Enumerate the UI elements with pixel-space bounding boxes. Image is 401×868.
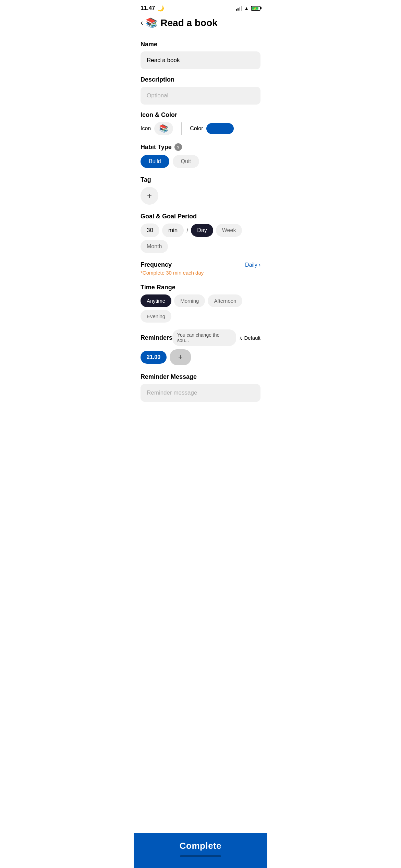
description-label: Description: [141, 76, 260, 83]
reminders-controls: You can change the sou... ♫ Default: [172, 329, 260, 346]
frequency-subtitle: *Complete 30 min each day: [141, 270, 260, 276]
time-afternoon-button[interactable]: Afternoon: [208, 294, 242, 307]
icon-group: Icon 📚: [141, 122, 173, 135]
color-group: Color: [190, 123, 234, 134]
wifi-icon: ▲: [244, 5, 249, 11]
name-input[interactable]: [141, 51, 260, 69]
home-indicator: [180, 855, 221, 857]
time-evening-button[interactable]: Evening: [141, 310, 171, 323]
frequency-label: Frequency: [141, 261, 172, 268]
goal-period-month[interactable]: Month: [141, 240, 168, 253]
name-label: Name: [141, 41, 260, 48]
signal-icon: [236, 6, 242, 11]
frequency-value: Daily: [245, 262, 257, 268]
reminder-message-input[interactable]: [141, 384, 260, 402]
reminder-time-pill[interactable]: 21.00: [141, 351, 167, 364]
tag-label: Tag: [141, 176, 260, 183]
complete-bar: Complete: [134, 833, 267, 868]
help-icon[interactable]: ?: [174, 143, 182, 151]
moon-icon: 🌙: [157, 5, 164, 12]
goal-row: 30 min / Day Week Month: [141, 224, 260, 253]
vertical-divider: [181, 122, 182, 135]
frequency-section: Frequency Daily › *Complete 30 min each …: [141, 261, 260, 276]
status-bar: 11.47 🌙 ▲ ⚡: [134, 0, 267, 14]
goal-value[interactable]: 30: [141, 224, 159, 237]
goal-period-label: Goal & Goal Period: [141, 213, 260, 220]
build-button[interactable]: Build: [141, 155, 169, 168]
complete-button[interactable]: Complete: [180, 841, 221, 851]
color-selector[interactable]: [206, 123, 234, 134]
reminder-default-label: Default: [244, 335, 260, 341]
form-content: Name Description Icon & Color Icon 📚 Col…: [134, 41, 267, 443]
habit-type-toggle-group: Build Quit: [141, 155, 260, 168]
color-text-label: Color: [190, 125, 203, 132]
music-icon: ♫: [239, 335, 243, 341]
reminder-sound-selector[interactable]: You can change the sou...: [172, 329, 236, 346]
page-header: ‹ 📚 Read a book: [134, 14, 267, 34]
icon-selector[interactable]: 📚: [154, 122, 173, 135]
reminder-message-label: Reminder Message: [141, 373, 260, 381]
reminders-header: Reminders You can change the sou... ♫ De…: [141, 329, 260, 346]
time-morning-button[interactable]: Morning: [174, 294, 205, 307]
icon-color-row: Icon 📚 Color: [141, 122, 260, 135]
icon-color-label: Icon & Color: [141, 111, 260, 119]
habit-type-section: Habit Type ? Build Quit: [141, 143, 260, 168]
goal-unit[interactable]: min: [162, 224, 184, 237]
habit-type-row: Habit Type ?: [141, 143, 260, 151]
battery-bolt: ⚡: [253, 7, 257, 10]
status-time: 11.47: [141, 5, 155, 12]
goal-period-day[interactable]: Day: [191, 224, 213, 237]
reminder-sound-text: You can change the sou...: [177, 332, 231, 343]
reminders-label: Reminders: [141, 334, 172, 341]
habit-emoji: 📚: [146, 17, 158, 28]
frequency-chevron: ›: [259, 262, 260, 268]
time-range-row: Anytime Morning Afternoon Evening: [141, 294, 260, 323]
habit-type-label: Habit Type: [141, 144, 172, 151]
back-button[interactable]: ‹: [141, 19, 143, 27]
status-icons: ▲ ⚡: [236, 5, 260, 11]
goal-divider: /: [186, 227, 188, 234]
time-anytime-button[interactable]: Anytime: [141, 294, 171, 307]
frequency-row: Frequency Daily ›: [141, 261, 260, 268]
description-input[interactable]: [141, 87, 260, 105]
selected-icon-emoji: 📚: [159, 124, 168, 133]
add-tag-button[interactable]: +: [141, 187, 158, 205]
reminder-add-icon: +: [178, 353, 183, 362]
reminder-default[interactable]: ♫ Default: [239, 335, 260, 341]
frequency-selector[interactable]: Daily ›: [245, 262, 260, 268]
quit-button[interactable]: Quit: [173, 155, 199, 168]
reminder-times-row: 21.00 +: [141, 349, 260, 365]
page-title: Read a book: [160, 17, 217, 28]
time-range-label: Time Range: [141, 284, 260, 291]
goal-period-week[interactable]: Week: [216, 224, 242, 237]
battery-icon: ⚡: [251, 6, 260, 11]
icon-text-label: Icon: [141, 125, 151, 132]
reminder-add-button[interactable]: +: [170, 349, 191, 365]
